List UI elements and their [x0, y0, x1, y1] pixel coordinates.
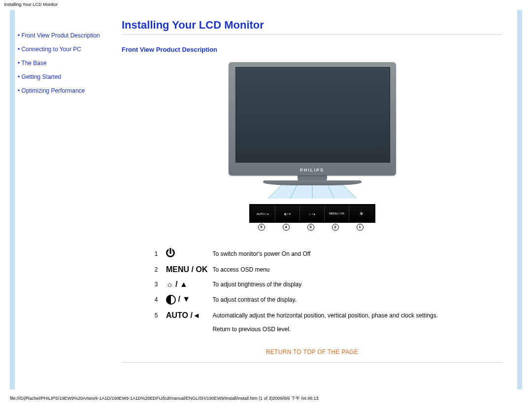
sidebar: Front View Produt Description Connecting…: [15, 10, 118, 389]
button-bar-detail: AUTO / ◂ ◐ / ▾ ☼ / ▴ MENU / OK ⏻ 5 4 3 2…: [249, 204, 375, 231]
main-content: Installing Your LCD Monitor Front View P…: [118, 10, 517, 389]
window-tab-title: Installing Your LCD Monitor: [0, 0, 532, 8]
table-row: 4 / ▼ To adjust contrast of the display.: [151, 292, 496, 308]
table-row: 2 MENU / OK To access OSD menu: [151, 262, 496, 277]
control-desc: To switch monitor's power On and Off: [212, 245, 496, 262]
callout-num: 4: [274, 224, 299, 231]
button-bar-cell-brightness: ☼ / ▴: [300, 206, 325, 221]
control-num: 5: [151, 308, 166, 323]
control-num: 2: [151, 262, 166, 277]
sidebar-link[interactable]: Connecting to Your PC: [22, 46, 81, 53]
sidebar-link[interactable]: Getting Started: [22, 73, 62, 80]
menu-ok-icon: MENU / OK: [166, 262, 212, 277]
button-bar-cell-power: ⏻: [349, 206, 373, 221]
control-desc: Automatically adjust the horizontal posi…: [212, 308, 496, 323]
table-row: 1 To switch monitor's power On and Off: [151, 245, 496, 262]
sidebar-link[interactable]: Front View Produt Description: [22, 32, 100, 39]
callout-num: 5: [249, 224, 274, 231]
monitor-screen: [235, 67, 390, 163]
monitor-illustration: PHILIPS: [229, 62, 396, 185]
sidebar-item-front-view[interactable]: Front View Produt Description: [18, 32, 114, 39]
controls-table: 1 To switch monitor's power On and Off 2…: [151, 245, 496, 336]
monitor-figure: PHILIPS AUTO / ◂ ◐ / ▾: [122, 62, 502, 231]
monitor-stand-base: [263, 180, 362, 185]
table-row: 5 AUTO / ◂ Automatically adjust the hori…: [151, 308, 496, 323]
control-num: 3: [151, 277, 166, 292]
section-heading: Front View Product Description: [122, 46, 502, 53]
sidebar-item-the-base[interactable]: The Base: [18, 60, 114, 67]
button-bar-cell-contrast: ◐ / ▾: [275, 206, 300, 221]
button-bar: AUTO / ◂ ◐ / ▾ ☼ / ▴ MENU / OK ⏻: [249, 204, 375, 223]
control-num: 1: [151, 245, 166, 262]
button-bar-cell-auto: AUTO / ◂: [251, 206, 275, 221]
sidebar-link[interactable]: The Base: [21, 60, 46, 67]
content-frame: Front View Produt Description Connecting…: [10, 10, 522, 389]
monitor-brand: PHILIPS: [229, 168, 396, 173]
callout-num: 1: [348, 224, 372, 231]
sidebar-item-connecting[interactable]: Connecting to Your PC: [18, 46, 114, 53]
button-bar-cell-menu: MENU / OK: [325, 206, 349, 221]
return-to-top-link[interactable]: RETURN TO TOP OF THE PAGE: [122, 348, 502, 355]
button-bar-numbers: 5 4 3 2 1: [249, 224, 372, 231]
control-num: 4: [151, 292, 166, 308]
brightness-up-icon: ☼ / ▲: [166, 277, 212, 292]
table-row: Return to previous OSD level.: [151, 323, 496, 336]
sidebar-item-optimizing[interactable]: Optimizing Performance: [18, 87, 114, 94]
callout-num: 3: [299, 224, 323, 231]
control-desc: To access OSD menu: [212, 262, 496, 277]
page-title: Installing Your LCD Monitor: [122, 19, 502, 35]
monitor-bezel: PHILIPS: [229, 62, 396, 175]
footer-file-path: file:///D|/Rachel/PHILIPS/19EW9%20Artwor…: [0, 392, 532, 404]
control-desc: To adjust contrast of the display.: [212, 292, 496, 308]
sidebar-link[interactable]: Optimizing Performance: [22, 87, 85, 94]
section-divider: [122, 362, 502, 363]
power-icon: [166, 245, 212, 262]
sidebar-item-getting-started[interactable]: Getting Started: [18, 73, 114, 80]
contrast-down-icon: / ▼: [166, 292, 212, 308]
control-desc: To adjust brightness of the display: [212, 277, 496, 292]
control-note: Return to previous OSD level.: [212, 323, 496, 336]
callout-num: 2: [323, 224, 348, 231]
table-row: 3 ☼ / ▲ To adjust brightness of the disp…: [151, 277, 496, 292]
auto-left-icon: AUTO / ◂: [166, 308, 212, 323]
